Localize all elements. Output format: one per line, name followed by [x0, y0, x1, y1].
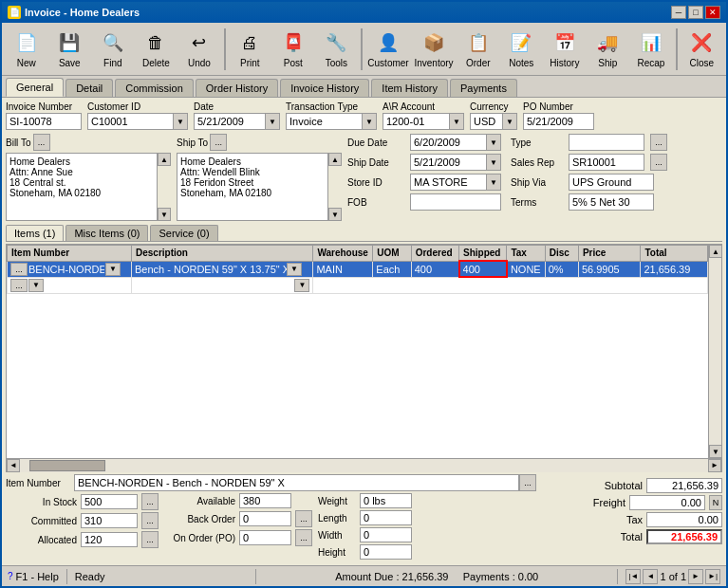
item-number-bottom-ellipsis[interactable]: ...	[519, 474, 536, 491]
customer-id-dropdown[interactable]: ▼	[173, 113, 188, 130]
history-button[interactable]: 📅 History	[544, 26, 586, 73]
date-input[interactable]	[194, 113, 265, 130]
currency-dropdown[interactable]: ▼	[502, 113, 517, 130]
type-input[interactable]	[569, 134, 644, 151]
order-button[interactable]: 📋 Order	[457, 26, 499, 73]
price-cell-input[interactable]	[582, 264, 637, 275]
committed-ellipsis[interactable]: ...	[141, 512, 159, 529]
total-input[interactable]	[646, 529, 722, 544]
items-tab-service[interactable]: Service (0)	[150, 225, 217, 241]
currency-input[interactable]	[470, 113, 502, 130]
transaction-type-input[interactable]	[286, 113, 362, 130]
recap-button[interactable]: 📊 Recap	[630, 26, 672, 73]
tab-invoice-history[interactable]: Invoice History	[280, 79, 369, 97]
ship-date-dropdown[interactable]: ▼	[486, 154, 501, 171]
empty-item-ellipsis[interactable]: ...	[10, 279, 28, 292]
fob-input[interactable]	[410, 193, 501, 211]
warehouse-cell-input[interactable]	[316, 264, 369, 275]
terms-input[interactable]	[569, 193, 654, 211]
due-date-dropdown[interactable]: ▼	[486, 134, 501, 151]
scroll-track[interactable]	[709, 258, 721, 445]
items-tab-misc[interactable]: Misc Items (0)	[65, 225, 148, 241]
uom-cell-input[interactable]	[376, 264, 407, 275]
close-window-button[interactable]: ✕	[705, 6, 720, 19]
close-button[interactable]: ❌ Close	[681, 26, 723, 73]
scroll-up-btn[interactable]: ▲	[709, 245, 721, 258]
store-id-dropdown[interactable]: ▼	[486, 174, 501, 191]
post-button[interactable]: 📮 Post	[272, 26, 314, 73]
scroll-down-btn[interactable]: ▼	[709, 445, 721, 458]
next-page-btn[interactable]: ►	[688, 569, 703, 584]
save-button[interactable]: 💾 Save	[49, 26, 91, 73]
transaction-type-dropdown[interactable]: ▼	[362, 113, 377, 130]
ship-to-ellipsis[interactable]: ...	[210, 134, 227, 151]
in-stock-input[interactable]	[81, 494, 138, 509]
prev-page-btn[interactable]: ◄	[643, 569, 658, 584]
height-input[interactable]	[360, 544, 412, 560]
ar-account-input[interactable]	[383, 113, 449, 130]
available-input[interactable]	[239, 493, 291, 508]
width-input[interactable]	[360, 527, 412, 542]
description-cell-input[interactable]	[135, 264, 287, 275]
ship-scroll-up[interactable]: ▲	[328, 153, 342, 166]
delete-button[interactable]: 🗑 Delete	[136, 26, 177, 73]
tab-payments[interactable]: Payments	[450, 79, 517, 97]
store-id-input[interactable]	[410, 174, 486, 191]
subtotal-input[interactable]	[646, 478, 722, 493]
on-order-ellipsis[interactable]: ...	[295, 529, 312, 546]
item-ellipsis-btn[interactable]: ...	[10, 263, 28, 276]
h-scroll-left[interactable]: ◄	[7, 459, 20, 472]
print-button[interactable]: 🖨 Print	[230, 26, 271, 73]
total-cell-input[interactable]	[644, 264, 704, 275]
invoice-number-input[interactable]	[6, 113, 82, 130]
tab-commission[interactable]: Commission	[115, 79, 194, 97]
back-order-ellipsis[interactable]: ...	[295, 510, 312, 527]
tab-detail[interactable]: Detail	[65, 79, 113, 97]
maximize-button[interactable]: □	[688, 6, 703, 19]
inventory-button[interactable]: 📦 Inventory	[412, 26, 456, 73]
customer-id-input[interactable]	[87, 113, 173, 130]
h-scroll-right[interactable]: ►	[708, 459, 721, 472]
description-dropdown[interactable]: ▼	[287, 263, 302, 276]
ship-button[interactable]: 🚚 Ship	[588, 26, 629, 73]
ordered-cell-input[interactable]	[415, 264, 456, 275]
find-button[interactable]: 🔍 Find	[92, 26, 134, 73]
sales-rep-ellipsis[interactable]: ...	[650, 154, 667, 171]
last-page-btn[interactable]: ►|	[705, 569, 720, 584]
tab-order-history[interactable]: Order History	[196, 79, 278, 97]
on-order-input[interactable]	[239, 530, 291, 545]
tax-input[interactable]	[646, 512, 722, 527]
ship-date-input[interactable]	[410, 154, 486, 171]
weight-input[interactable]	[360, 493, 412, 508]
allocated-ellipsis[interactable]: ...	[141, 531, 159, 548]
date-dropdown[interactable]: ▼	[265, 113, 280, 130]
sales-rep-input[interactable]	[569, 154, 644, 171]
due-date-input[interactable]	[410, 134, 486, 151]
empty-item-dropdown[interactable]: ▼	[28, 279, 44, 292]
customer-button[interactable]: 👤 Customer	[366, 26, 410, 73]
bill-to-ellipsis[interactable]: ...	[33, 134, 50, 151]
in-stock-ellipsis[interactable]: ...	[141, 493, 159, 510]
freight-input[interactable]	[629, 495, 705, 510]
disc-cell-input[interactable]	[549, 264, 575, 275]
ship-scroll-down[interactable]: ▼	[328, 208, 342, 221]
ship-via-input[interactable]	[569, 174, 654, 191]
po-number-input[interactable]	[523, 113, 594, 130]
item-number-cell-input[interactable]	[28, 264, 104, 275]
type-ellipsis[interactable]: ...	[650, 134, 667, 151]
allocated-input[interactable]	[81, 532, 138, 547]
bill-scroll-down[interactable]: ▼	[158, 208, 171, 221]
empty-desc-dropdown[interactable]: ▼	[294, 279, 309, 292]
item-number-dropdown[interactable]: ▼	[105, 263, 121, 276]
tab-general[interactable]: General	[6, 78, 64, 97]
ar-account-dropdown[interactable]: ▼	[449, 113, 464, 130]
first-page-btn[interactable]: |◄	[625, 569, 641, 584]
committed-input[interactable]	[81, 513, 138, 528]
table-row[interactable]: ... ▼ ▼	[8, 261, 708, 277]
shipped-cell-input[interactable]	[463, 264, 503, 275]
bill-scroll-up[interactable]: ▲	[158, 153, 171, 166]
new-button[interactable]: 📄 New	[6, 26, 47, 73]
item-number-bottom-input[interactable]	[74, 474, 519, 491]
undo-button[interactable]: ↩ Undo	[178, 26, 220, 73]
notes-button[interactable]: 📝 Notes	[501, 26, 543, 73]
